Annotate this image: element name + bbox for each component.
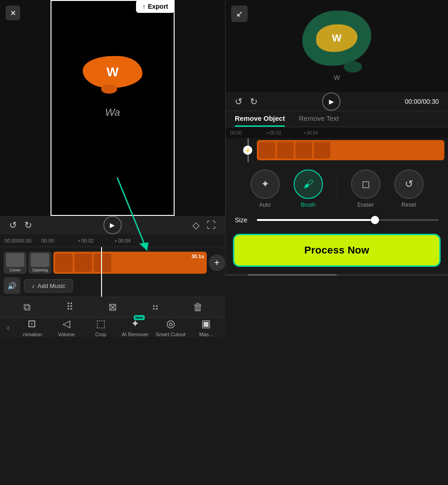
eraser-icon: ◻ bbox=[362, 178, 370, 190]
reset-tool-item: ↺ Reset bbox=[394, 169, 424, 208]
reset-icon: ↺ bbox=[405, 178, 413, 190]
nav-item-ai-remover[interactable]: ✦ New AI Remover bbox=[121, 318, 149, 337]
add-clip-button[interactable]: + bbox=[209, 254, 225, 271]
tab-remove-text[interactable]: Remove Text bbox=[299, 114, 339, 127]
add-music-button[interactable]: ♪ Add Music bbox=[24, 279, 73, 293]
wa-text: Wa bbox=[105, 107, 120, 118]
export-button[interactable]: ↑ Export bbox=[136, 0, 175, 13]
close-button[interactable]: ✕ bbox=[6, 6, 20, 20]
green-inner-blob: W bbox=[316, 24, 357, 52]
remove-tools: ✦ Auto 🖌 Brush ◻ Eraser ↺ bbox=[226, 162, 448, 212]
eraser-label: Eraser bbox=[357, 202, 374, 208]
brush-tool-button[interactable]: 🖌 bbox=[294, 169, 323, 199]
bottom-scrollbar[interactable] bbox=[226, 274, 448, 276]
mask-label: Mas... bbox=[199, 332, 213, 337]
right-time-marker-2: • 00:04 bbox=[304, 130, 340, 135]
right-clip-mini-4 bbox=[314, 142, 330, 158]
orange-logo: W bbox=[83, 56, 142, 93]
music-note-icon: ♪ bbox=[32, 282, 35, 289]
process-now-button[interactable]: Process Now bbox=[233, 234, 441, 267]
nav-item-mask[interactable]: ▣ Mas... bbox=[193, 318, 220, 337]
eraser-tool-item: ◻ Eraser bbox=[351, 169, 380, 208]
right-redo-button[interactable]: ↻ bbox=[250, 96, 258, 107]
clip-mini-3 bbox=[94, 254, 111, 272]
right-time-marker-0: 00:00 bbox=[230, 130, 267, 135]
back-button[interactable]: ↙ bbox=[231, 6, 248, 22]
remove-text-label: Remove Text bbox=[299, 114, 339, 122]
new-badge: New bbox=[134, 315, 145, 320]
volume-icon: ◁ bbox=[62, 318, 70, 330]
process-now-label: Process Now bbox=[304, 244, 369, 256]
tool-divider bbox=[337, 175, 337, 203]
size-slider[interactable] bbox=[257, 219, 439, 221]
grid-tool-button[interactable]: ⠿ bbox=[60, 297, 80, 317]
track-thumb-cover: Cover bbox=[4, 252, 27, 274]
playhead bbox=[101, 247, 102, 297]
fullscreen-button[interactable]: ⛶ bbox=[207, 220, 216, 231]
trash-tool-button[interactable]: 🗑 bbox=[188, 297, 208, 317]
left-timeline: 00:00/00:30 00:00 • 00:02 • 00:04 Cover … bbox=[0, 234, 225, 297]
redo-button[interactable]: ↻ bbox=[24, 220, 32, 231]
right-undo-button[interactable]: ↺ bbox=[235, 96, 243, 107]
ai-remover-label: AI Remover bbox=[122, 332, 148, 337]
time-marker-3: • 00:04 bbox=[115, 238, 152, 243]
nav-chevron[interactable]: ‹ bbox=[2, 323, 15, 333]
right-clip-mini-2 bbox=[277, 142, 294, 158]
diamond-button[interactable]: ◇ bbox=[193, 220, 199, 231]
clip-mini-1 bbox=[55, 254, 73, 272]
auto-label: Auto bbox=[259, 202, 271, 208]
right-clip-mini-3 bbox=[295, 142, 312, 158]
brush-tool-item: 🖌 Brush bbox=[294, 169, 323, 208]
slider-fill bbox=[257, 219, 375, 221]
animation-icon: ⊡ bbox=[28, 318, 36, 330]
slider-thumb[interactable] bbox=[371, 216, 379, 224]
copy-tool-button[interactable]: ⧉ bbox=[17, 297, 37, 317]
ai-remover-icon: ✦ New bbox=[131, 318, 139, 330]
nav-item-smart-cutout[interactable]: ◎ Smart Cutout bbox=[156, 318, 186, 337]
nav-item-animation[interactable]: ⊡ .nimation bbox=[18, 318, 45, 337]
mask-icon: ▣ bbox=[201, 318, 211, 330]
eraser-tool-button[interactable]: ◻ bbox=[351, 169, 380, 199]
right-play-button[interactable]: ▶ bbox=[322, 92, 340, 111]
grid2-tool-button[interactable]: ⠶ bbox=[145, 297, 165, 317]
split-tool-button[interactable]: ⊠ bbox=[102, 297, 123, 317]
nav-item-volume[interactable]: ◁ Volume bbox=[52, 318, 80, 337]
track-row-main: Cover Opening 30.1s + bbox=[0, 250, 225, 276]
right-time-marker-1: • 00:02 bbox=[267, 130, 304, 135]
timeline-tracks: Cover Opening 30.1s + 🔊 bbox=[0, 247, 225, 297]
green-logo-area: W W bbox=[302, 11, 371, 81]
green-blob: W bbox=[302, 11, 371, 66]
play-button[interactable]: ▶ bbox=[103, 216, 122, 234]
right-playhead: ⚡ bbox=[243, 146, 252, 155]
track-thumb-opening: Opening bbox=[28, 252, 51, 274]
left-panel: ✕ ↑ Export W Wa ↺ ↻ ▶ bbox=[0, 0, 225, 276]
export-label: Export bbox=[148, 3, 168, 10]
process-now-area: Process Now bbox=[226, 228, 448, 274]
right-panel: ↙ W W ↺ ↻ ▶ 00:00/00:30 Remove Object bbox=[225, 0, 448, 276]
auto-icon: ✦ bbox=[261, 178, 269, 190]
smart-cutout-label: Smart Cutout bbox=[156, 332, 186, 337]
reset-tool-button[interactable]: ↺ bbox=[394, 169, 424, 199]
left-nav: ‹ ⊡ .nimation ◁ Volume ⬚ Crop ✦ New bbox=[0, 317, 225, 337]
time-marker-2: • 00:02 bbox=[78, 238, 115, 243]
clip-duration: 30.1s bbox=[191, 254, 204, 259]
thumb-image bbox=[6, 253, 24, 267]
volume-label: Volume bbox=[58, 332, 75, 337]
auto-tool-item: ✦ Auto bbox=[250, 169, 280, 208]
brush-label: Brush bbox=[301, 202, 315, 208]
time-display: 00:00/00:30 bbox=[405, 98, 439, 105]
track-clip-main[interactable]: 30.1s bbox=[53, 252, 207, 274]
right-tabs: Remove Object Remove Text bbox=[226, 111, 448, 127]
right-clip[interactable] bbox=[257, 140, 444, 160]
remove-object-label: Remove Object bbox=[235, 114, 285, 122]
logo-letter: W bbox=[107, 65, 119, 79]
thumb-label-2: Opening bbox=[32, 268, 48, 272]
left-toolbar: ⧉ ⠿ ⊠ ⠶ 🗑 bbox=[0, 297, 225, 317]
nav-item-crop[interactable]: ⬚ Crop bbox=[87, 318, 114, 337]
clip-mini-2 bbox=[74, 254, 92, 272]
auto-tool-button[interactable]: ✦ bbox=[250, 169, 280, 199]
brush-icon: 🖌 bbox=[303, 178, 313, 190]
tab-remove-object[interactable]: Remove Object bbox=[235, 114, 285, 127]
size-label: Size bbox=[235, 216, 251, 224]
undo-button[interactable]: ↺ bbox=[9, 220, 17, 231]
